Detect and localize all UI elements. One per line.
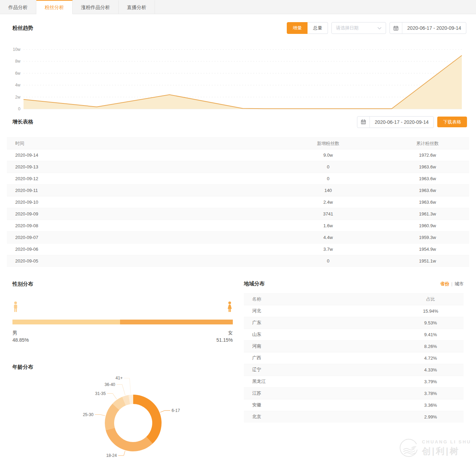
- tab-province[interactable]: 省份: [440, 281, 449, 286]
- age-label-leader-line: [124, 378, 131, 394]
- gender-labels-row: 男 48.85% 女 51.15%: [12, 329, 233, 344]
- cell-region-name: 安徽: [244, 399, 398, 411]
- cell-date: 2020-09-14: [7, 149, 271, 161]
- increment-mode-button[interactable]: 增量: [287, 22, 308, 34]
- tab-city[interactable]: 城市: [455, 281, 464, 286]
- cell-region-percent: 3.36%: [398, 399, 464, 411]
- cell-total-fans: 1959.3w: [386, 232, 469, 243]
- column-header: 占比: [398, 293, 464, 305]
- column-header: 时间: [7, 138, 271, 149]
- female-bar-segment: [120, 320, 233, 324]
- age-label-leader-line: [95, 414, 105, 416]
- age-segment-label: 36-40: [104, 382, 115, 387]
- female-icon: [227, 301, 233, 316]
- cell-date: 2020-09-12: [7, 173, 271, 185]
- age-segment: [106, 427, 153, 451]
- growth-date-range-picker[interactable]: 2020-06-17 - 2020-09-14: [357, 116, 434, 128]
- table-row: 2020-09-111401963.6w: [7, 185, 469, 196]
- tab[interactable]: 直播分析: [119, 0, 155, 14]
- watermark-logo-icon: [399, 437, 419, 459]
- cell-total-fans: 1954.9w: [386, 243, 469, 255]
- table-row: 2020-09-1301963.6w: [7, 161, 469, 173]
- tab[interactable]: 粉丝分析: [36, 0, 73, 14]
- fan-trend-chart: 02w4w6w8w10w: [7, 46, 469, 113]
- y-axis-tick-label: 8w: [15, 59, 21, 64]
- cell-total-fans: 1963.6w: [386, 173, 469, 185]
- cell-new-fans: 1.6w: [271, 220, 386, 232]
- age-donut-chart: 6-1718-2425-3031-3536-4041+: [12, 375, 233, 460]
- y-axis-tick-label: 0: [18, 107, 20, 111]
- female-label-block: 女 51.15%: [217, 329, 233, 344]
- trend-date-range-picker[interactable]: 2020-06-17 - 2020-09-14: [390, 22, 466, 34]
- y-axis-tick-label: 2w: [15, 95, 21, 100]
- table-row: 江苏3.78%: [244, 387, 464, 399]
- cell-date: 2020-09-09: [7, 208, 271, 220]
- age-segment-label: 41+: [116, 376, 122, 380]
- region-tab-separator: |: [451, 281, 452, 286]
- cell-region-percent: 3.78%: [398, 387, 464, 399]
- table-row: 北京2.99%: [244, 411, 464, 423]
- y-axis-tick-label: 10w: [13, 47, 20, 52]
- cell-region-name: 黑龙江: [244, 376, 398, 387]
- bottom-section: 性别分布: [12, 281, 464, 460]
- tab[interactable]: 作品分析: [0, 0, 36, 14]
- male-percent: 48.85%: [12, 337, 29, 344]
- male-bar-segment: [12, 320, 120, 324]
- total-mode-button[interactable]: 总量: [308, 22, 328, 34]
- table-row: 黑龙江3.79%: [244, 376, 464, 387]
- cell-region-name: 辽宁: [244, 364, 398, 376]
- cell-new-fans: 3.7w: [271, 243, 386, 255]
- fan-analysis-page: 作品分析粉丝分析涨粉作品分析直播分析 粉丝趋势 增量 总量 请选择日期: [0, 0, 476, 460]
- right-column: 地域分布 省份|城市 名称占比 河北15.94%广东9.53%山东9.41%河南…: [244, 281, 464, 460]
- male-icon: [12, 301, 19, 316]
- cell-total-fans: 1951.1w: [386, 255, 469, 267]
- cell-region-percent: 8.26%: [398, 340, 464, 352]
- cell-total-fans: 1963.6w: [386, 196, 469, 208]
- column-header: 累计粉丝数: [386, 138, 469, 149]
- growth-table-header: 增长表格 2020-06-17 - 2020-09-14 下载表格: [12, 117, 467, 127]
- cell-region-percent: 2.99%: [398, 411, 464, 423]
- date-preset-select[interactable]: 请选择日期: [331, 22, 386, 34]
- region-section-title: 地域分布: [244, 280, 265, 287]
- cell-region-percent: 4.72%: [398, 352, 464, 364]
- age-segment-label: 31-35: [95, 391, 106, 396]
- growth-table-controls: 2020-06-17 - 2020-09-14 下载表格: [357, 116, 467, 128]
- fan-trend-controls: 增量 总量 请选择日期 2020-06-17 - 20: [287, 22, 466, 34]
- table-row: 山东9.41%: [244, 329, 464, 340]
- cell-new-fans: 0: [271, 161, 386, 173]
- table-row: 广西4.72%: [244, 352, 464, 364]
- trend-date-range-value: 2020-06-17 - 2020-09-14: [402, 22, 466, 34]
- age-label-leader-line: [117, 384, 125, 395]
- y-axis-tick-label: 4w: [15, 83, 21, 88]
- table-row: 河南8.26%: [244, 340, 464, 352]
- cell-region-name: 江苏: [244, 387, 398, 399]
- cell-date: 2020-09-08: [7, 220, 271, 232]
- cell-region-name: 山东: [244, 329, 398, 340]
- region-table-head-row: 名称占比: [244, 293, 464, 305]
- cell-total-fans: 1961.3w: [386, 208, 469, 220]
- region-scope-tabs: 省份|城市: [440, 281, 464, 287]
- table-row: 辽宁4.33%: [244, 364, 464, 376]
- table-row: 广东9.53%: [244, 317, 464, 329]
- age-section-title: 年龄分布: [12, 364, 233, 370]
- tab[interactable]: 涨粉作品分析: [73, 0, 119, 14]
- cell-region-name: 北京: [244, 411, 398, 423]
- male-label-block: 男 48.85%: [12, 329, 29, 344]
- table-row: 2020-09-0501951.1w: [7, 255, 469, 267]
- fan-trend-title: 粉丝趋势: [12, 25, 33, 31]
- age-donut-svg: 6-1718-2425-3031-3536-4041+: [12, 375, 233, 460]
- cell-region-percent: 3.79%: [398, 376, 464, 387]
- chevron-down-icon: [377, 26, 382, 31]
- column-header: 名称: [244, 293, 398, 305]
- cell-region-name: 河北: [244, 305, 398, 317]
- tab-bar: 作品分析粉丝分析涨粉作品分析直播分析: [0, 0, 476, 14]
- table-row: 2020-09-074.4w1959.3w: [7, 232, 469, 243]
- cell-new-fans: 0: [271, 255, 386, 267]
- region-section-header: 地域分布 省份|城市: [244, 281, 464, 287]
- cell-region-percent: 15.94%: [398, 305, 464, 317]
- trend-area-fill: [24, 55, 462, 109]
- age-segment: [133, 395, 162, 444]
- calendar-icon: [357, 117, 370, 128]
- cell-region-percent: 9.41%: [398, 329, 464, 340]
- download-table-button[interactable]: 下载表格: [437, 117, 467, 127]
